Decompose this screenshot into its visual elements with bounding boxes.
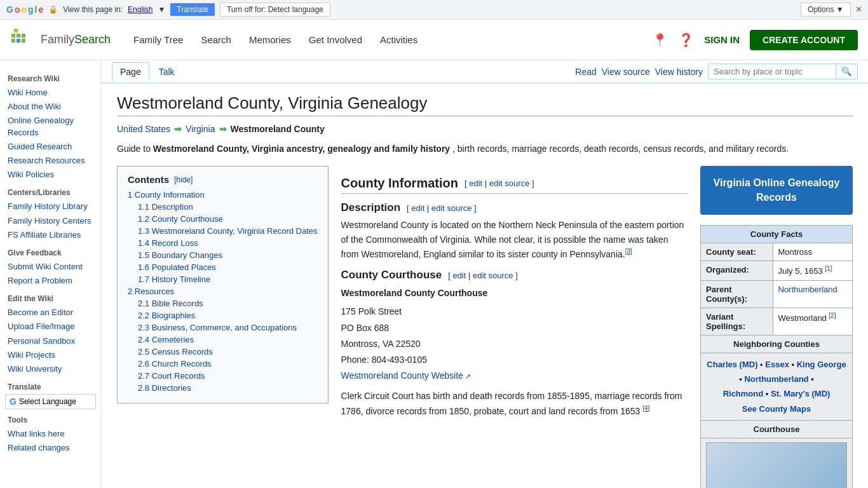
neighbor-essex[interactable]: Essex	[765, 360, 789, 369]
description-edit-link[interactable]: [ edit	[407, 203, 424, 213]
neighbor-northumberland[interactable]: Northumberland	[744, 374, 808, 384]
tab-talk[interactable]: Talk	[151, 62, 183, 81]
sidebar-item-online-records[interactable]: Online Genealogy Records	[5, 114, 96, 139]
contents-link[interactable]: 1 County Information	[128, 190, 205, 200]
contents-hide-button[interactable]: [hide]	[174, 175, 193, 184]
nav-family-tree[interactable]: Family Tree	[126, 32, 191, 48]
sidebar-item-related-changes[interactable]: Related changes	[5, 441, 96, 455]
breadcrumb-us[interactable]: United States	[117, 124, 170, 134]
search-input[interactable]	[709, 64, 836, 79]
county-info-edit-source-link[interactable]: edit source ]	[489, 179, 534, 188]
courthouse-ref[interactable]: [4]	[642, 405, 649, 412]
see-county-maps-link[interactable]: See County Maps	[742, 404, 811, 414]
county-info-edit-link[interactable]: [ edit	[465, 179, 482, 188]
list-item: 2.5 Census Records	[138, 347, 318, 356]
tab-bar: Page Talk Read View source View history …	[102, 60, 868, 83]
county-seat-label: County seat:	[701, 243, 773, 261]
breadcrumb-state[interactable]: Virginia	[186, 124, 215, 134]
contents-link[interactable]: 2.8 Directories	[138, 383, 191, 393]
neighbor-st-marys[interactable]: St. Mary's (MD)	[771, 389, 830, 398]
neighbor-king-george[interactable]: King George	[797, 360, 846, 369]
tab-view-history-link[interactable]: View history	[655, 67, 703, 77]
create-account-button[interactable]: CREATE ACCOUNT	[750, 30, 858, 50]
description-edit-source-link[interactable]: edit source ]	[431, 203, 477, 213]
contents-link[interactable]: 1.5 Boundary Changes	[138, 250, 222, 260]
contents-link[interactable]: 1.2 County Courthouse	[138, 214, 223, 224]
contents-link[interactable]: 1.3 Westmoreland County, Virginia Record…	[138, 226, 318, 236]
parent-county-link[interactable]: Northumberland	[778, 285, 837, 294]
nav-get-involved[interactable]: Get Involved	[301, 32, 370, 48]
page-title: Westmoreland County, Virginia Genealogy	[117, 93, 853, 116]
sidebar-item-fs-affiliate[interactable]: FS Affiliate Libraries	[5, 228, 96, 242]
sidebar-item-wiki-university[interactable]: Wiki University	[5, 362, 96, 376]
help-icon[interactable]: ❓	[678, 32, 694, 48]
sidebar-item-family-history-library[interactable]: Family History Library	[5, 200, 96, 214]
sidebar-item-what-links-here[interactable]: What links here	[5, 427, 96, 441]
sidebar-item-upload-file[interactable]: Upload File/Image	[5, 320, 96, 334]
sidebar-item-submit-wiki[interactable]: Submit Wiki Content	[5, 260, 96, 274]
sidebar-item-report-problem[interactable]: Report a Problem	[5, 274, 96, 288]
list-item: 2.3 Business, Commerce, and Occupations	[138, 323, 318, 332]
tab-read-link[interactable]: Read	[575, 67, 596, 77]
tab-page[interactable]: Page	[112, 62, 149, 81]
sidebar-item-wiki-home[interactable]: Wiki Home	[5, 86, 96, 100]
courthouse-edit-link[interactable]: [ edit	[448, 271, 466, 280]
edit-wiki-title: Edit the Wiki	[5, 294, 96, 303]
sign-in-button[interactable]: SIGN IN	[704, 34, 740, 45]
contents-link[interactable]: 2.4 Cemeteries	[138, 335, 194, 344]
tab-view-source-link[interactable]: View source	[602, 67, 650, 77]
description-ref[interactable]: [3]	[625, 248, 632, 255]
sidebar-item-wiki-policies[interactable]: Wiki Policies	[5, 168, 96, 182]
nav-activities[interactable]: Activities	[372, 32, 425, 48]
contents-link[interactable]: 2.1 Bible Records	[138, 299, 203, 308]
nav-search[interactable]: Search	[193, 32, 239, 48]
location-icon[interactable]: 📍	[652, 32, 668, 48]
neighbor-charles[interactable]: Charles (MD)	[707, 360, 757, 369]
county-info-heading: County Information [ edit | edit source …	[341, 176, 688, 194]
county-facts-table: County Facts County seat: Montross Organ…	[700, 225, 853, 488]
search-button[interactable]: 🔍	[836, 64, 857, 79]
sidebar-item-personal-sandbox[interactable]: Personal Sandbox	[5, 334, 96, 348]
sidebar-item-guided-research[interactable]: Guided Research	[5, 140, 96, 154]
breadcrumb-arrow-2: ➡	[219, 124, 227, 134]
contents-list: 1 County Information 1.1 Description 1.2…	[128, 190, 318, 393]
right-column: Virginia Online Genealogy Records County…	[700, 166, 853, 488]
sidebar-item-become-editor[interactable]: Become an Editor	[5, 306, 96, 320]
tools-title: Tools	[5, 416, 96, 424]
centers-libraries-title: Centers/Libraries	[5, 188, 96, 197]
svg-rect-0	[11, 34, 15, 37]
turnoff-button[interactable]: Turn off for: Detect language	[220, 3, 330, 17]
translate-button[interactable]: Translate	[170, 3, 215, 16]
sidebar: Research Wiki Wiki Home About the Wiki O…	[0, 60, 102, 488]
sidebar-item-about-wiki[interactable]: About the Wiki	[5, 100, 96, 114]
courthouse-edit-source-link[interactable]: edit source ]	[473, 271, 518, 280]
options-button[interactable]: Options ▼	[801, 3, 851, 17]
contents-link[interactable]: 1.4 Record Loss	[138, 238, 198, 248]
contents-link[interactable]: 1.1 Description	[138, 202, 193, 212]
contents-link[interactable]: 2.7 Court Records	[138, 371, 205, 381]
table-row: Neighboring Counties	[701, 335, 853, 353]
select-language-button[interactable]: G Select Language	[5, 394, 96, 409]
contents-link[interactable]: 2 Resources	[128, 287, 174, 296]
contents-link[interactable]: 2.2 Biographies	[138, 311, 195, 320]
contents-link[interactable]: 2.5 Census Records	[138, 347, 213, 356]
neighbor-richmond[interactable]: Richmond	[723, 389, 764, 398]
nav-memories[interactable]: Memories	[241, 32, 299, 48]
county-facts-heading: County Facts	[701, 226, 853, 243]
variant-ref[interactable]: [2]	[829, 312, 836, 319]
sidebar-item-wiki-projects[interactable]: Wiki Projects	[5, 348, 96, 362]
contents-link[interactable]: 2.6 Church Records	[138, 359, 212, 369]
contents-link[interactable]: 1.7 History Timeline	[138, 274, 210, 284]
courthouse-website-link[interactable]: Westmoreland County Website	[341, 370, 471, 381]
contents-link[interactable]: 2.3 Business, Commerce, and Occupations	[138, 323, 297, 332]
logo-area[interactable]: FamilySearch	[10, 27, 111, 53]
va-records-button[interactable]: Virginia Online Genealogy Records	[700, 166, 853, 215]
language-link[interactable]: English	[128, 5, 153, 14]
sidebar-item-family-history-centers[interactable]: Family History Centers	[5, 214, 96, 228]
svg-rect-2	[11, 39, 15, 43]
page-intro: Guide to Westmoreland County, Virginia a…	[117, 142, 853, 156]
organized-ref[interactable]: [1]	[825, 265, 832, 272]
sidebar-item-research-resources[interactable]: Research Resources	[5, 154, 96, 168]
contents-link[interactable]: 1.6 Populated Places	[138, 262, 216, 272]
close-bar-button[interactable]: ×	[856, 4, 862, 15]
